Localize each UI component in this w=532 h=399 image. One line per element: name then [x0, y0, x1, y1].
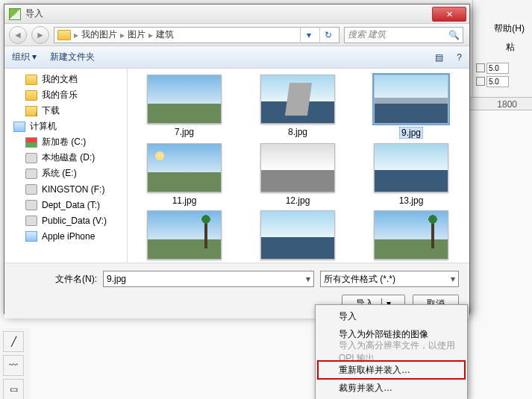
tool-curve-icon[interactable]: 〰: [3, 355, 24, 376]
thumbnail-image: [260, 210, 335, 260]
paste-button[interactable]: 粘: [506, 41, 528, 56]
tree-item[interactable]: Public_Data (V:): [4, 213, 127, 228]
nudge-y-input[interactable]: [486, 76, 509, 87]
tree-item-label: 系统 (E:): [42, 167, 77, 180]
search-input[interactable]: 搜索 建筑 🔍: [344, 27, 463, 43]
filename-input[interactable]: 9.jpg▾: [103, 271, 314, 287]
file-name-label: 7.jpg: [175, 127, 194, 137]
tree-item[interactable]: 下载: [4, 103, 127, 119]
tree-item[interactable]: 计算机: [4, 119, 127, 134]
crumb-seg-2[interactable]: 建筑: [156, 28, 174, 41]
tree-item[interactable]: Apple iPhone: [4, 228, 127, 244]
filetype-value: 所有文件格式 (*.*): [324, 273, 395, 286]
import-dropdown-menu: 导入导入为外部链接的图像导入为高分辨率文件，以使用 OPI 输出重新取样并装入……: [315, 304, 468, 399]
tree-item[interactable]: 新加卷 (C:): [4, 134, 127, 150]
nav-back-button[interactable]: ◄: [9, 26, 27, 44]
file-thumbnail[interactable]: 11.jpg: [143, 143, 226, 206]
file-thumbnail[interactable]: [369, 210, 453, 263]
comp-icon: [25, 231, 37, 242]
navbar: ◄ ► ▸ 我的图片 ▸ 图片 ▸ 建筑 ▾ ↻ 搜索 建筑 🔍: [4, 24, 469, 46]
chevron-right-icon: ▸: [120, 30, 125, 40]
titlebar[interactable]: 导入 ✕: [4, 4, 469, 24]
tree-item-label: Public_Data (V:): [42, 216, 107, 226]
dl-icon: [25, 106, 37, 116]
app-icon: [9, 8, 21, 20]
menu-item[interactable]: 导入: [318, 307, 465, 325]
thumbnail-image: [147, 210, 222, 260]
thumbnail-image: [374, 75, 448, 124]
menu-item[interactable]: 重新取样并装入…: [318, 361, 465, 379]
nudge-y-icon: [476, 77, 485, 86]
organize-button[interactable]: 组织 ▾: [12, 51, 37, 63]
breadcrumb[interactable]: ▸ 我的图片 ▸ 图片 ▸ 建筑 ▾ ↻: [54, 27, 339, 43]
search-icon: 🔍: [448, 30, 460, 40]
tool-rect-icon[interactable]: ▭: [3, 379, 24, 399]
thumbnail-image: [147, 143, 222, 192]
help-button[interactable]: ?: [457, 52, 462, 63]
file-thumbnail[interactable]: 7.jpg: [143, 75, 226, 139]
thumbnail-image: [147, 75, 222, 124]
menu-item: 导入为高分辨率文件，以使用 OPI 输出: [318, 343, 465, 361]
file-thumbnail[interactable]: [143, 210, 226, 263]
thumbnail-image: [374, 143, 448, 192]
ruler-mark: 1800: [497, 99, 517, 110]
dialog-title: 导入: [25, 7, 432, 20]
menu-help[interactable]: 帮助(H): [494, 22, 525, 35]
nudge-spinners: [476, 61, 532, 88]
filename-label: 文件名(N):: [15, 273, 97, 286]
new-folder-button[interactable]: 新建文件夹: [50, 51, 95, 63]
tree-item-label: 新加卷 (C:): [42, 136, 86, 148]
file-name-label: 12.jpg: [286, 195, 310, 206]
chevron-right-icon: ▸: [74, 30, 78, 40]
file-thumbnail[interactable]: 12.jpg: [256, 143, 339, 206]
tree-item[interactable]: 我的音乐: [4, 87, 127, 103]
tool-line-icon[interactable]: ╱: [3, 331, 24, 352]
chevron-down-icon[interactable]: ▾: [306, 274, 310, 284]
refresh-button[interactable]: ↻: [319, 27, 336, 43]
chevron-down-icon: ▾: [32, 51, 37, 62]
tree-item-label: KINGSTON (F:): [42, 184, 104, 195]
tree-item-label: 计算机: [30, 120, 57, 133]
drive-icon: [25, 153, 37, 163]
tree-item[interactable]: 系统 (E:): [4, 166, 127, 181]
close-button[interactable]: ✕: [432, 7, 466, 22]
folder-icon: [57, 30, 71, 40]
file-grid[interactable]: 7.jpg8.jpg9.jpg11.jpg12.jpg13.jpg: [128, 69, 469, 263]
tree-item-label: 我的音乐: [42, 89, 78, 101]
file-thumbnail[interactable]: 9.jpg: [369, 75, 453, 139]
tree-item[interactable]: 我的文档: [4, 72, 127, 87]
filename-value: 9.jpg: [107, 274, 126, 284]
folder-icon: [25, 90, 37, 101]
folder-tree[interactable]: 我的文档我的音乐下载计算机新加卷 (C:)本地磁盘 (D:)系统 (E:)KIN…: [4, 69, 128, 263]
tree-item[interactable]: Dept_Data (T:): [4, 197, 127, 213]
drive-icon: [25, 200, 37, 210]
dialog-body: 我的文档我的音乐下载计算机新加卷 (C:)本地磁盘 (D:)系统 (E:)KIN…: [4, 69, 469, 263]
nav-forward-button[interactable]: ►: [31, 26, 49, 44]
crumb-seg-0[interactable]: 我的图片: [81, 28, 117, 41]
file-thumbnail[interactable]: 8.jpg: [256, 75, 339, 139]
view-mode-button[interactable]: ▤: [435, 52, 443, 63]
app-right-panel: 帮助(H) 粘: [472, 0, 532, 97]
tree-item-label: 下载: [42, 104, 60, 117]
tree-item-label: 我的文档: [42, 73, 78, 86]
nudge-x-input[interactable]: [486, 63, 509, 74]
file-thumbnail[interactable]: 13.jpg: [369, 143, 453, 206]
tree-item[interactable]: KINGSTON (F:): [4, 181, 127, 197]
chevron-right-icon: ▸: [148, 30, 153, 40]
tree-item[interactable]: 本地磁盘 (D:): [4, 150, 127, 166]
tree-item-label: 本地磁盘 (D:): [42, 151, 95, 164]
file-name-label: 9.jpg: [399, 127, 423, 139]
crumb-seg-1[interactable]: 图片: [128, 28, 145, 41]
win-icon: [25, 137, 37, 148]
thumbnail-image: [374, 210, 448, 260]
file-thumbnail[interactable]: [256, 210, 339, 263]
comp-icon: [13, 122, 25, 132]
dialog-toolbar: 组织 ▾ 新建文件夹 ▤ ?: [4, 46, 469, 69]
crumb-dropdown-icon[interactable]: ▾: [300, 27, 316, 43]
drive-icon: [25, 169, 37, 179]
drive-icon: [25, 184, 37, 195]
filetype-select[interactable]: 所有文件格式 (*.*)▾: [320, 271, 459, 287]
menu-item[interactable]: 裁剪并装入…: [318, 379, 465, 397]
chevron-down-icon[interactable]: ▾: [451, 274, 455, 284]
file-name-label: 13.jpg: [399, 195, 424, 206]
